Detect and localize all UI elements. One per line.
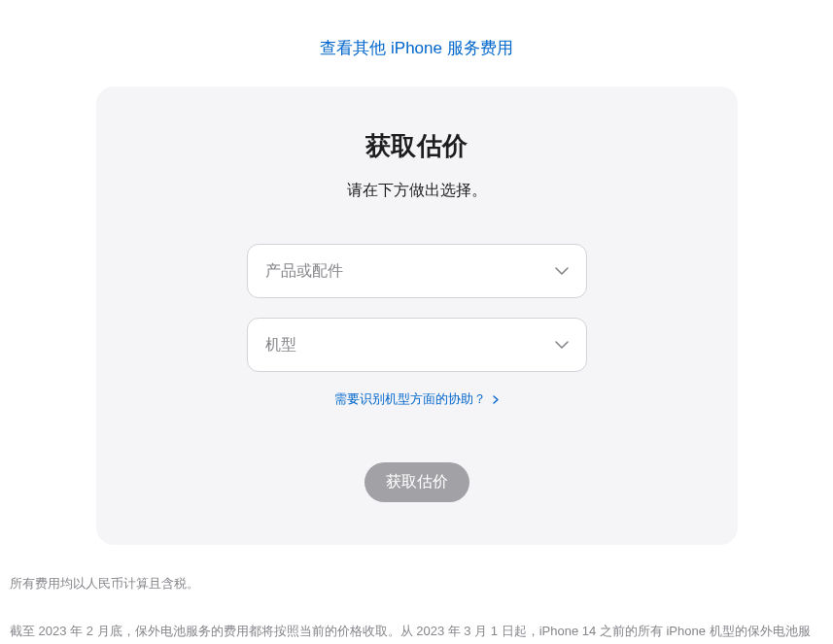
identify-model-help-link[interactable]: 需要识别机型方面的协助？ (334, 391, 500, 406)
footnote-line-1: 所有费用均以人民币计算且含税。 (10, 572, 816, 596)
card-title: 获取估价 (135, 129, 699, 163)
footnote-line-2: 截至 2023 年 2 月底，保外电池服务的费用都将按照当前的价格收取。从 20… (10, 624, 811, 644)
get-estimate-button[interactable]: 获取估价 (364, 462, 469, 502)
estimate-card: 获取估价 请在下方做出选择。 产品或配件 机型 需要识别机型方面的协助？ 获取估… (96, 86, 738, 545)
card-subtitle: 请在下方做出选择。 (135, 181, 699, 201)
model-select[interactable]: 机型 (247, 318, 587, 372)
model-select-placeholder: 机型 (265, 335, 296, 356)
chevron-right-icon (493, 392, 499, 407)
submit-wrap: 获取估价 (135, 462, 699, 502)
footnotes: 所有费用均以人民币计算且含税。 截至 2023 年 2 月底，保外电池服务的费用… (10, 572, 816, 644)
chevron-down-icon (555, 341, 569, 349)
chevron-down-icon (555, 267, 569, 275)
view-other-services-link[interactable]: 查看其他 iPhone 服务费用 (320, 39, 512, 57)
top-service-link-wrap: 查看其他 iPhone 服务费用 (0, 0, 833, 86)
help-link-wrap: 需要识别机型方面的协助？ (135, 390, 699, 408)
footnote-2-part1: 截至 2023 年 2 月底，保外电池服务的费用都将按照当前的价格收取。从 20… (10, 624, 811, 638)
model-select-wrap: 机型 (247, 318, 587, 372)
help-link-label: 需要识别机型方面的协助？ (334, 391, 486, 406)
product-select-placeholder: 产品或配件 (265, 261, 343, 282)
product-select[interactable]: 产品或配件 (247, 244, 587, 298)
product-select-wrap: 产品或配件 (247, 244, 587, 298)
